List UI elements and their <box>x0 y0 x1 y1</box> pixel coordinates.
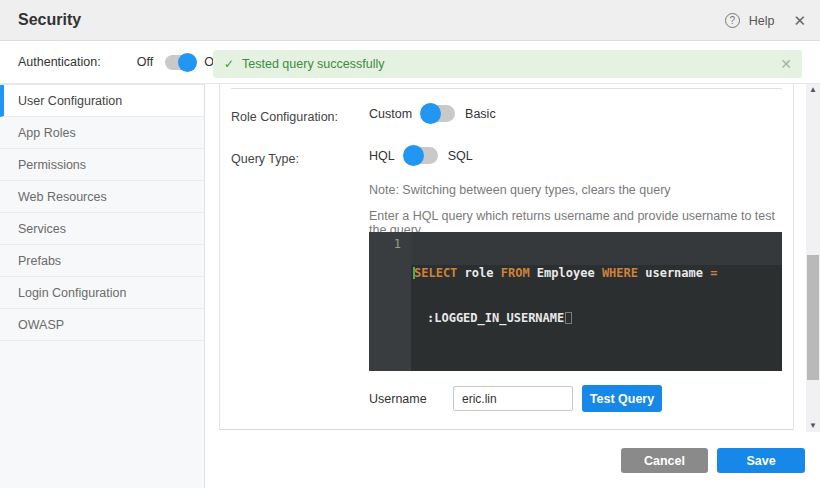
code-token: SELECT <box>414 266 457 280</box>
code-line-1: SELECT role FROM Employee WHERE username… <box>413 266 778 281</box>
banner-message: Tested query successfully <box>242 57 384 71</box>
code-token: :LOGGED_IN_USERNAME <box>427 311 564 325</box>
sidebar-item-app-roles[interactable]: App Roles <box>0 117 204 149</box>
help-icon[interactable]: ? <box>725 13 740 28</box>
cancel-button[interactable]: Cancel <box>621 448 708 473</box>
sidebar-item-prefabs[interactable]: Prefabs <box>0 245 204 277</box>
sidebar-item-login-configuration[interactable]: Login Configuration <box>0 277 204 309</box>
success-banner: ✓ Tested query successfully ✕ <box>213 50 802 78</box>
query-type-toggle[interactable] <box>405 147 438 164</box>
hql-option-label: HQL <box>369 149 395 163</box>
sidebar-item-web-resources[interactable]: Web Resources <box>0 181 204 213</box>
query-code-editor[interactable]: 1 SELECT role FROM Employee WHERE userna… <box>369 232 782 371</box>
query-code: SELECT role FROM Employee WHERE username… <box>413 236 778 356</box>
test-query-button[interactable]: Test Query <box>582 385 662 412</box>
title-bar: Security ? Help ✕ <box>0 0 820 41</box>
title-bar-actions: ? Help ✕ <box>725 0 806 41</box>
code-token: FROM <box>501 266 530 280</box>
sidebar-item-user-configuration[interactable]: User Configuration <box>0 85 204 117</box>
toggle-knob <box>178 53 197 72</box>
query-type-note: Note: Switching between query types, cle… <box>369 183 671 197</box>
role-configuration-label: Role Configuration: <box>231 110 338 124</box>
basic-option-label: Basic <box>465 107 496 121</box>
code-token: username <box>638 266 710 280</box>
line-number: 1 <box>369 237 401 251</box>
authentication-label: Authentication: <box>18 55 101 69</box>
username-input[interactable] <box>453 386 573 411</box>
code-token: WHERE <box>602 266 638 280</box>
role-configuration-toggle[interactable] <box>422 105 455 122</box>
code-token: = <box>710 266 717 280</box>
query-type-label: Query Type: <box>231 152 299 166</box>
scroll-down-icon[interactable]: ▼ <box>806 420 820 432</box>
custom-option-label: Custom <box>369 107 412 121</box>
close-icon[interactable]: ✕ <box>793 12 806 30</box>
scrollbar-thumb[interactable] <box>807 255 819 380</box>
scroll-up-icon[interactable]: ▲ <box>806 84 820 96</box>
toggle-knob <box>403 145 424 166</box>
sidebar-item-owasp[interactable]: OWASP <box>0 309 204 341</box>
banner-close-icon[interactable]: ✕ <box>780 56 792 72</box>
help-button[interactable]: Help <box>749 14 775 28</box>
toggle-knob <box>420 103 441 124</box>
vertical-scrollbar[interactable]: ▲ ▼ <box>806 84 820 432</box>
editor-cursor <box>565 312 572 324</box>
username-label: Username <box>369 392 427 406</box>
code-token: Employee <box>530 266 602 280</box>
divider <box>231 88 782 89</box>
code-line-2: :LOGGED_IN_USERNAME <box>413 311 778 326</box>
check-icon: ✓ <box>224 57 234 71</box>
sql-option-label: SQL <box>448 149 473 163</box>
page-title: Security <box>18 11 81 29</box>
content-pane: Role Configuration: Custom Basic Query T… <box>219 84 794 430</box>
security-dialog: Security ? Help ✕ Authentication: Off On… <box>0 0 820 488</box>
sidebar: User Configuration App Roles Permissions… <box>0 84 205 488</box>
authentication-off-label: Off <box>137 55 153 69</box>
sidebar-item-permissions[interactable]: Permissions <box>0 149 204 181</box>
code-token: role <box>457 266 500 280</box>
editor-gutter <box>369 232 411 371</box>
save-button[interactable]: Save <box>717 448 805 473</box>
query-type-control: HQL SQL <box>369 147 473 164</box>
role-configuration-control: Custom Basic <box>369 105 496 122</box>
authentication-toggle[interactable] <box>165 55 195 70</box>
sidebar-item-services[interactable]: Services <box>0 213 204 245</box>
